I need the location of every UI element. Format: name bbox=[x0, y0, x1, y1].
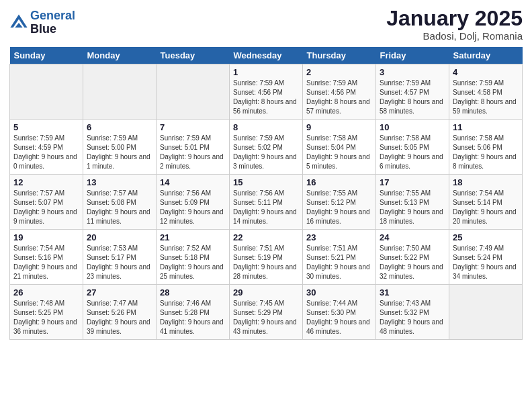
col-sunday: Sunday bbox=[10, 47, 83, 64]
day-info: Sunrise: 7:59 AMSunset: 4:56 PMDaylight:… bbox=[233, 79, 299, 116]
calendar-cell: 17 Sunrise: 7:55 AMSunset: 5:13 PMDaylig… bbox=[376, 175, 449, 230]
day-info: Sunrise: 7:44 AMSunset: 5:30 PMDaylight:… bbox=[306, 299, 372, 336]
title-block: January 2025 Badosi, Dolj, Romania bbox=[386, 7, 523, 42]
col-tuesday: Tuesday bbox=[157, 47, 230, 64]
day-info: Sunrise: 7:55 AMSunset: 5:13 PMDaylight:… bbox=[380, 189, 445, 226]
calendar-cell bbox=[83, 64, 157, 120]
day-number: 14 bbox=[160, 177, 226, 187]
col-monday: Monday bbox=[83, 47, 157, 64]
calendar-cell bbox=[10, 64, 83, 120]
calendar-cell: 15 Sunrise: 7:56 AMSunset: 5:11 PMDaylig… bbox=[230, 175, 303, 230]
page-container: General Blue January 2025 Badosi, Dolj, … bbox=[0, 0, 532, 347]
calendar-cell: 20 Sunrise: 7:53 AMSunset: 5:17 PMDaylig… bbox=[83, 230, 157, 285]
day-info: Sunrise: 7:55 AMSunset: 5:12 PMDaylight:… bbox=[306, 189, 372, 226]
day-number: 31 bbox=[380, 287, 445, 298]
day-info: Sunrise: 7:48 AMSunset: 5:25 PMDaylight:… bbox=[13, 299, 79, 336]
day-info: Sunrise: 7:43 AMSunset: 5:32 PMDaylight:… bbox=[380, 299, 445, 336]
calendar-cell: 27 Sunrise: 7:47 AMSunset: 5:26 PMDaylig… bbox=[83, 285, 157, 340]
calendar-cell: 4 Sunrise: 7:59 AMSunset: 4:58 PMDayligh… bbox=[449, 64, 523, 120]
day-number: 2 bbox=[306, 67, 372, 77]
day-info: Sunrise: 7:56 AMSunset: 5:11 PMDaylight:… bbox=[233, 189, 299, 226]
calendar-cell: 14 Sunrise: 7:56 AMSunset: 5:09 PMDaylig… bbox=[157, 175, 230, 230]
day-number: 3 bbox=[380, 67, 445, 77]
day-number: 18 bbox=[453, 177, 519, 187]
calendar-cell: 3 Sunrise: 7:59 AMSunset: 4:57 PMDayligh… bbox=[376, 64, 449, 120]
calendar-cell: 1 Sunrise: 7:59 AMSunset: 4:56 PMDayligh… bbox=[230, 64, 303, 120]
calendar-cell: 24 Sunrise: 7:50 AMSunset: 5:22 PMDaylig… bbox=[376, 230, 449, 285]
calendar-cell: 18 Sunrise: 7:54 AMSunset: 5:14 PMDaylig… bbox=[449, 175, 523, 230]
calendar-body: 1 Sunrise: 7:59 AMSunset: 4:56 PMDayligh… bbox=[10, 64, 523, 340]
calendar-header-row: Sunday Monday Tuesday Wednesday Thursday… bbox=[10, 47, 523, 64]
logo-icon bbox=[9, 13, 28, 32]
header: General Blue January 2025 Badosi, Dolj, … bbox=[9, 7, 523, 42]
day-info: Sunrise: 7:59 AMSunset: 5:01 PMDaylight:… bbox=[160, 134, 226, 171]
calendar-cell: 11 Sunrise: 7:58 AMSunset: 5:06 PMDaylig… bbox=[449, 120, 523, 175]
day-number: 24 bbox=[380, 232, 445, 242]
day-number: 5 bbox=[13, 122, 79, 132]
calendar-cell: 13 Sunrise: 7:57 AMSunset: 5:08 PMDaylig… bbox=[83, 175, 157, 230]
day-number: 26 bbox=[13, 287, 79, 298]
day-number: 10 bbox=[380, 122, 445, 132]
calendar-cell: 6 Sunrise: 7:59 AMSunset: 5:00 PMDayligh… bbox=[83, 120, 157, 175]
calendar-cell: 7 Sunrise: 7:59 AMSunset: 5:01 PMDayligh… bbox=[157, 120, 230, 175]
day-number: 19 bbox=[13, 232, 79, 242]
day-number: 27 bbox=[87, 287, 152, 298]
calendar-cell: 16 Sunrise: 7:55 AMSunset: 5:12 PMDaylig… bbox=[303, 175, 376, 230]
day-number: 17 bbox=[380, 177, 445, 187]
calendar-cell bbox=[157, 64, 230, 120]
col-thursday: Thursday bbox=[303, 47, 376, 64]
day-number: 30 bbox=[306, 287, 372, 298]
day-number: 28 bbox=[160, 287, 226, 298]
day-number: 16 bbox=[306, 177, 372, 187]
logo-blue: Blue bbox=[30, 22, 56, 36]
calendar-cell: 2 Sunrise: 7:59 AMSunset: 4:56 PMDayligh… bbox=[303, 64, 376, 120]
location: Badosi, Dolj, Romania bbox=[386, 30, 523, 42]
day-info: Sunrise: 7:56 AMSunset: 5:09 PMDaylight:… bbox=[160, 189, 226, 226]
calendar-week-row: 19 Sunrise: 7:54 AMSunset: 5:16 PMDaylig… bbox=[10, 230, 523, 285]
day-number: 23 bbox=[306, 232, 372, 242]
day-info: Sunrise: 7:59 AMSunset: 4:57 PMDaylight:… bbox=[380, 79, 445, 116]
calendar-cell: 9 Sunrise: 7:58 AMSunset: 5:04 PMDayligh… bbox=[303, 120, 376, 175]
day-info: Sunrise: 7:59 AMSunset: 4:56 PMDaylight:… bbox=[306, 79, 372, 116]
day-number: 20 bbox=[87, 232, 152, 242]
day-number: 4 bbox=[453, 67, 519, 77]
col-friday: Friday bbox=[376, 47, 449, 64]
day-info: Sunrise: 7:54 AMSunset: 5:14 PMDaylight:… bbox=[453, 189, 519, 226]
calendar-cell: 23 Sunrise: 7:51 AMSunset: 5:21 PMDaylig… bbox=[303, 230, 376, 285]
day-info: Sunrise: 7:59 AMSunset: 5:00 PMDaylight:… bbox=[87, 134, 152, 171]
day-info: Sunrise: 7:57 AMSunset: 5:08 PMDaylight:… bbox=[87, 189, 152, 226]
calendar-cell: 10 Sunrise: 7:58 AMSunset: 5:05 PMDaylig… bbox=[376, 120, 449, 175]
day-info: Sunrise: 7:59 AMSunset: 4:58 PMDaylight:… bbox=[453, 79, 519, 116]
logo-general: General bbox=[30, 9, 75, 22]
day-info: Sunrise: 7:50 AMSunset: 5:22 PMDaylight:… bbox=[380, 244, 445, 281]
day-number: 15 bbox=[233, 177, 299, 187]
logo: General Blue bbox=[9, 9, 75, 36]
calendar-cell: 25 Sunrise: 7:49 AMSunset: 5:24 PMDaylig… bbox=[449, 230, 523, 285]
calendar-week-row: 12 Sunrise: 7:57 AMSunset: 5:07 PMDaylig… bbox=[10, 175, 523, 230]
day-info: Sunrise: 7:57 AMSunset: 5:07 PMDaylight:… bbox=[13, 189, 79, 226]
day-number: 11 bbox=[453, 122, 519, 132]
day-info: Sunrise: 7:52 AMSunset: 5:18 PMDaylight:… bbox=[160, 244, 226, 281]
day-number: 25 bbox=[453, 232, 519, 242]
day-number: 1 bbox=[233, 67, 299, 77]
day-info: Sunrise: 7:47 AMSunset: 5:26 PMDaylight:… bbox=[87, 299, 152, 336]
day-info: Sunrise: 7:51 AMSunset: 5:21 PMDaylight:… bbox=[306, 244, 372, 281]
day-info: Sunrise: 7:59 AMSunset: 5:02 PMDaylight:… bbox=[233, 134, 299, 171]
calendar-cell: 21 Sunrise: 7:52 AMSunset: 5:18 PMDaylig… bbox=[157, 230, 230, 285]
day-number: 21 bbox=[160, 232, 226, 242]
calendar-week-row: 1 Sunrise: 7:59 AMSunset: 4:56 PMDayligh… bbox=[10, 64, 523, 120]
calendar-cell bbox=[449, 285, 523, 340]
day-number: 12 bbox=[13, 177, 79, 187]
day-info: Sunrise: 7:51 AMSunset: 5:19 PMDaylight:… bbox=[233, 244, 299, 281]
calendar-cell: 30 Sunrise: 7:44 AMSunset: 5:30 PMDaylig… bbox=[303, 285, 376, 340]
day-number: 8 bbox=[233, 122, 299, 132]
day-info: Sunrise: 7:53 AMSunset: 5:17 PMDaylight:… bbox=[87, 244, 152, 281]
calendar-cell: 28 Sunrise: 7:46 AMSunset: 5:28 PMDaylig… bbox=[157, 285, 230, 340]
day-number: 29 bbox=[233, 287, 299, 298]
calendar-cell: 29 Sunrise: 7:45 AMSunset: 5:29 PMDaylig… bbox=[230, 285, 303, 340]
calendar-cell: 5 Sunrise: 7:59 AMSunset: 4:59 PMDayligh… bbox=[10, 120, 83, 175]
calendar-cell: 22 Sunrise: 7:51 AMSunset: 5:19 PMDaylig… bbox=[230, 230, 303, 285]
day-info: Sunrise: 7:46 AMSunset: 5:28 PMDaylight:… bbox=[160, 299, 226, 336]
calendar-cell: 19 Sunrise: 7:54 AMSunset: 5:16 PMDaylig… bbox=[10, 230, 83, 285]
logo-text: General Blue bbox=[30, 9, 75, 36]
